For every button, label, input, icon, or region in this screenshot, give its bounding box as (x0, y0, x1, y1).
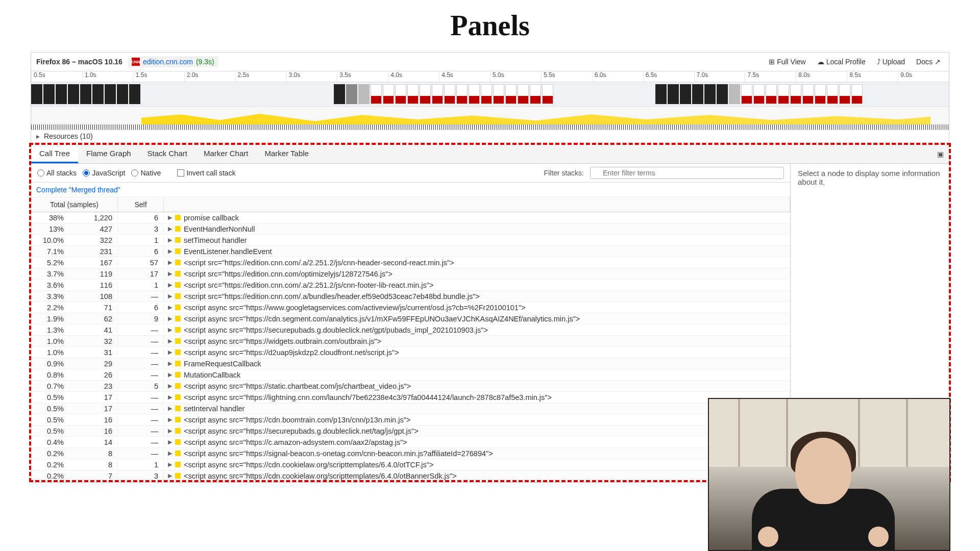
row-pct: 7.1% (31, 247, 67, 256)
checkbox-invert-call-stack[interactable]: Invert call stack (177, 169, 235, 177)
call-tree-row[interactable]: 38%1,2206▶promise callback (31, 212, 790, 223)
call-tree-row[interactable]: 3.7%11917▶<script src="https://edition.c… (31, 268, 790, 280)
activity-graph[interactable] (31, 107, 949, 130)
expand-triangle-icon[interactable]: ▶ (168, 248, 172, 255)
call-tree-row[interactable]: 1.3%41—▶<script async src="https://secur… (31, 324, 790, 336)
row-pct: 1.3% (31, 326, 67, 334)
filter-input[interactable] (590, 167, 784, 179)
filter-row: All stacks JavaScript Native Invert call… (31, 164, 790, 183)
site-favicon-icon: CNN (132, 58, 140, 66)
row-self: 1 (118, 281, 164, 289)
tab-marker-chart[interactable]: Marker Chart (195, 145, 257, 163)
expand-triangle-icon[interactable]: ▶ (168, 371, 172, 378)
tab-marker-table[interactable]: Marker Table (256, 145, 316, 163)
call-tree-row[interactable]: 0.9%29—▶FrameRequestCallback (31, 358, 790, 369)
ruler-tick: 2.0s (184, 71, 235, 82)
resources-row[interactable]: ▸ Resources (10) (31, 130, 949, 143)
category-swatch-icon (175, 473, 181, 479)
expand-triangle-icon[interactable]: ▶ (168, 405, 172, 412)
row-self: — (118, 427, 164, 435)
expand-triangle-icon[interactable]: ▶ (168, 315, 172, 322)
ruler-tick: 9.0s (898, 71, 949, 82)
call-tree-row[interactable]: 0.4%14—▶<script async src="https://c.ama… (31, 437, 790, 448)
expand-triangle-icon[interactable]: ▶ (168, 214, 172, 221)
row-name: <script async src="https://signal-beacon… (184, 449, 493, 458)
expand-triangle-icon[interactable]: ▶ (168, 394, 172, 400)
timeline-ruler[interactable]: 0.5s1.0s1.5s2.0s2.5s3.0s3.5s4.0s4.5s5.0s… (31, 71, 949, 82)
col-total[interactable]: Total (samples) (31, 197, 118, 212)
col-name (164, 197, 790, 212)
expand-triangle-icon[interactable]: ▶ (168, 270, 172, 277)
expand-triangle-icon[interactable]: ▶ (168, 349, 172, 356)
sidebar-toggle-button[interactable]: ▣ (932, 148, 949, 160)
expand-triangle-icon[interactable]: ▶ (168, 383, 172, 389)
call-tree-row[interactable]: 0.5%17—▶setInterval handler (31, 403, 790, 414)
row-pct: 5.2% (31, 259, 67, 267)
call-tree-row[interactable]: 3.6%1161▶<script src="https://edition.cn… (31, 280, 790, 291)
tab-call-tree[interactable]: Call Tree (31, 145, 78, 163)
expand-triangle-icon[interactable]: ▶ (168, 293, 172, 299)
row-name: <script src="https://edition.cnn.com/.a/… (184, 292, 480, 300)
category-swatch-icon (175, 282, 181, 288)
call-tree-row[interactable]: 0.5%16—▶<script async src="https://cdn.b… (31, 414, 790, 425)
category-swatch-icon (175, 383, 181, 389)
expand-triangle-icon[interactable]: ▶ (168, 461, 172, 468)
category-swatch-icon (175, 361, 181, 366)
call-tree-row[interactable]: 13%4273▶EventHandlerNonNull (31, 223, 790, 235)
col-self[interactable]: Self (118, 197, 164, 212)
docs-button[interactable]: Docs ↗ (913, 56, 944, 68)
call-tree-row[interactable]: 0.5%17—▶<script async src="https://light… (31, 392, 790, 403)
call-tree-row[interactable]: 0.2%8—▶<script async src="https://signal… (31, 448, 790, 459)
call-tree-row[interactable]: 1.0%31—▶<script async src="https://d2uap… (31, 347, 790, 358)
expand-triangle-icon[interactable]: ▶ (168, 259, 172, 266)
call-tree-row[interactable]: 5.2%16757▶<script src="https://edition.c… (31, 257, 790, 268)
row-count: 116 (67, 281, 118, 289)
row-pct: 0.5% (31, 393, 67, 402)
expand-triangle-icon[interactable]: ▶ (168, 472, 172, 479)
row-pct: 1.9% (31, 315, 67, 323)
call-tree-row[interactable]: 3.3%108—▶<script src="https://edition.cn… (31, 291, 790, 302)
full-view-button[interactable]: ⊞ Full View (766, 56, 809, 68)
row-count: 1,220 (67, 214, 118, 222)
call-tree-row[interactable]: 0.2%81▶<script async src="https://cdn.co… (31, 459, 790, 470)
row-count: 14 (67, 438, 118, 446)
call-tree-row[interactable]: 1.0%32—▶<script async src="https://widge… (31, 336, 790, 347)
expand-triangle-icon[interactable]: ▶ (168, 338, 172, 344)
call-tree-row[interactable]: 10.0%3221▶setTimeout handler (31, 235, 790, 246)
tab-stack-chart[interactable]: Stack Chart (139, 145, 195, 163)
call-tree-row[interactable]: 0.5%16—▶<script async src="https://secur… (31, 425, 790, 437)
call-tree-row[interactable]: 2.2%716▶<script async src="https://www.g… (31, 302, 790, 313)
row-name: <script async src="https://www.googletag… (184, 304, 526, 312)
category-swatch-icon (175, 372, 181, 378)
radio-javascript[interactable]: JavaScript (83, 169, 125, 177)
expand-triangle-icon[interactable]: ▶ (168, 282, 172, 288)
row-self: — (118, 438, 164, 446)
call-tree-rows[interactable]: 38%1,2206▶promise callback13%4273▶EventH… (31, 212, 790, 480)
ruler-tick: 5.0s (490, 71, 541, 82)
expand-triangle-icon[interactable]: ▶ (168, 237, 172, 243)
expand-triangle-icon[interactable]: ▶ (168, 450, 172, 457)
upload-button[interactable]: ⤴ Upload (874, 56, 908, 68)
row-self: — (118, 348, 164, 357)
radio-all-stacks[interactable]: All stacks (37, 169, 77, 177)
row-self: — (118, 360, 164, 368)
expand-triangle-icon[interactable]: ▶ (168, 327, 172, 333)
call-tree-row[interactable]: 7.1%2316▶EventListener.handleEvent (31, 246, 790, 257)
screenshot-filmstrip[interactable] (31, 82, 949, 107)
merged-thread-label[interactable]: Complete "Merged thread" (31, 183, 790, 197)
call-tree-row[interactable]: 0.8%26—▶MutationCallback (31, 369, 790, 381)
site-load-time: (9.3s) (196, 58, 214, 66)
expand-triangle-icon[interactable]: ▶ (168, 360, 172, 367)
expand-triangle-icon[interactable]: ▶ (168, 226, 172, 232)
tab-flame-graph[interactable]: Flame Graph (78, 145, 139, 163)
call-tree-row[interactable]: 0.2%73▶<script async src="https://cdn.co… (31, 470, 790, 480)
expand-triangle-icon[interactable]: ▶ (168, 416, 172, 423)
call-tree-row[interactable]: 1.9%629▶<script async src="https://cdn.s… (31, 313, 790, 324)
local-profile-button[interactable]: ☁ Local Profile (814, 56, 869, 68)
expand-triangle-icon[interactable]: ▶ (168, 304, 172, 311)
call-tree-row[interactable]: 0.7%235▶<script async src="https://stati… (31, 381, 790, 392)
site-pill[interactable]: CNN edition.cnn.com (9.3s) (128, 56, 218, 67)
expand-triangle-icon[interactable]: ▶ (168, 439, 172, 445)
radio-native[interactable]: Native (131, 169, 161, 177)
expand-triangle-icon[interactable]: ▶ (168, 428, 172, 434)
